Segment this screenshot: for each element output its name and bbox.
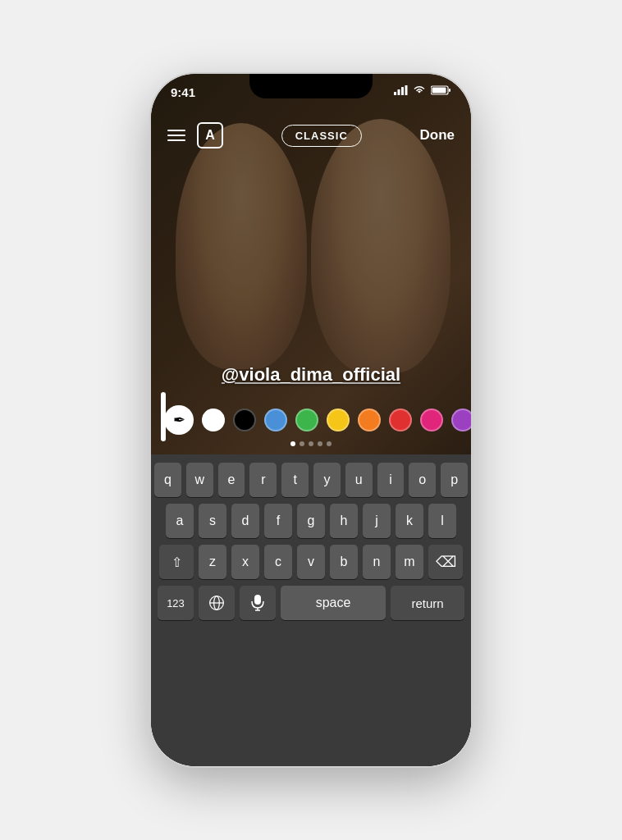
signal-icon [394, 85, 408, 95]
key-w[interactable]: w [186, 463, 213, 497]
keyboard-row-1: q w e r t y u i o p [154, 463, 468, 497]
classic-filter-button[interactable]: CLASSIC [281, 125, 362, 147]
space-key[interactable]: space [281, 586, 386, 620]
color-blue[interactable] [264, 409, 287, 431]
status-icons [394, 85, 451, 95]
key-g[interactable]: g [297, 504, 325, 538]
svg-rect-10 [254, 595, 261, 605]
dot-3 [309, 441, 313, 446]
hamburger-line-1 [167, 130, 185, 131]
hamburger-line-3 [167, 139, 185, 141]
notch [249, 74, 373, 98]
key-m[interactable]: m [396, 545, 423, 579]
keyboard: q w e r t y u i o p a s d f g h j k [151, 454, 471, 766]
key-p[interactable]: p [441, 463, 468, 497]
key-k[interactable]: k [396, 504, 423, 538]
keyboard-bottom-row: 123 space ret [154, 586, 468, 620]
key-e[interactable]: e [218, 463, 245, 497]
color-green[interactable] [295, 409, 318, 431]
key-a[interactable]: a [166, 504, 194, 538]
key-o[interactable]: o [409, 463, 436, 497]
status-time: 9:41 [171, 85, 195, 99]
username-text: @viola_dima_official [222, 364, 400, 385]
svg-rect-5 [449, 89, 450, 92]
dot-2 [300, 441, 304, 446]
wifi-icon [413, 85, 426, 95]
color-row: ✒ [164, 405, 458, 435]
battery-icon [431, 85, 451, 95]
key-i[interactable]: i [377, 463, 405, 497]
color-purple[interactable] [451, 409, 471, 431]
mic-icon [251, 595, 264, 611]
eyedropper-icon: ✒ [173, 411, 185, 429]
svg-rect-1 [398, 89, 400, 95]
delete-key[interactable]: ⌫ [428, 545, 463, 579]
key-v[interactable]: v [297, 545, 325, 579]
toolbar-left: A [167, 122, 223, 148]
color-orange[interactable] [358, 409, 381, 431]
keyboard-row-3: ⇧ z x c v b n m ⌫ [154, 545, 468, 579]
globe-key[interactable] [199, 586, 235, 620]
hamburger-line-2 [167, 135, 185, 136]
color-white[interactable] [202, 409, 225, 431]
key-f[interactable]: f [264, 504, 292, 538]
key-s[interactable]: s [199, 504, 226, 538]
mic-key[interactable] [240, 586, 276, 620]
key-d[interactable]: d [231, 504, 259, 538]
return-key[interactable]: return [391, 586, 464, 620]
text-overlay-area[interactable]: @viola_dima_official [222, 364, 400, 386]
svg-rect-6 [432, 88, 446, 94]
key-z[interactable]: z [199, 545, 226, 579]
color-palette-area: ✒ [151, 405, 471, 446]
globe-icon [208, 595, 225, 611]
key-n[interactable]: n [363, 545, 391, 579]
key-t[interactable]: t [281, 463, 309, 497]
svg-rect-0 [394, 92, 396, 95]
color-black[interactable] [233, 409, 256, 431]
key-h[interactable]: h [330, 504, 358, 538]
phone-screen: 9:41 [151, 74, 471, 766]
svg-rect-2 [401, 87, 404, 95]
dot-1 [290, 441, 295, 446]
color-pink[interactable] [420, 409, 443, 431]
keyboard-row-2: a s d f g h j k l [154, 504, 468, 538]
dot-5 [327, 441, 332, 446]
key-123[interactable]: 123 [158, 586, 194, 620]
classic-label: CLASSIC [295, 130, 348, 142]
font-icon-label: A [205, 128, 215, 143]
key-j[interactable]: j [363, 504, 391, 538]
done-button[interactable]: Done [420, 127, 455, 144]
key-r[interactable]: r [249, 463, 277, 497]
shift-key[interactable]: ⇧ [159, 545, 194, 579]
svg-rect-3 [405, 85, 408, 95]
key-y[interactable]: y [313, 463, 341, 497]
key-u[interactable]: u [345, 463, 373, 497]
app-toolbar: A CLASSIC Done [151, 115, 471, 156]
key-c[interactable]: c [264, 545, 292, 579]
color-red[interactable] [389, 409, 412, 431]
key-q[interactable]: q [154, 463, 181, 497]
key-l[interactable]: l [428, 504, 456, 538]
phone-frame: 9:41 [151, 74, 471, 766]
key-x[interactable]: x [231, 545, 259, 579]
eyedropper-button[interactable]: ✒ [164, 405, 194, 435]
dot-4 [318, 441, 322, 446]
color-yellow[interactable] [327, 409, 350, 431]
font-style-button[interactable]: A [197, 122, 223, 148]
hamburger-menu-button[interactable] [167, 130, 185, 141]
key-b[interactable]: b [330, 545, 358, 579]
palette-page-dots [164, 441, 458, 446]
